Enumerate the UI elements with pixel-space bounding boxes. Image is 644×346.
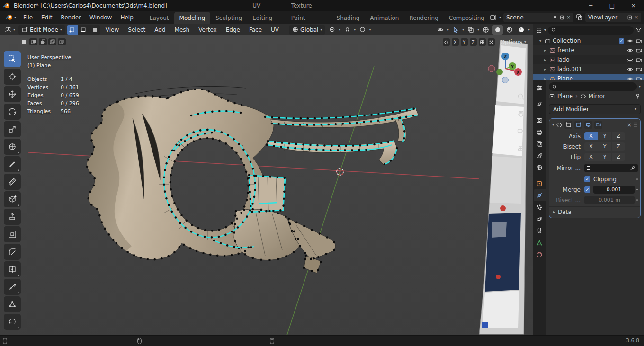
tab-object[interactable] bbox=[534, 177, 546, 189]
tab-constraints[interactable] bbox=[534, 225, 546, 237]
new-scene-icon[interactable] bbox=[560, 15, 564, 20]
tool-extrude[interactable] bbox=[4, 209, 21, 225]
outliner-search[interactable] bbox=[548, 26, 634, 35]
mirror-axis-y[interactable]: Y bbox=[598, 132, 611, 140]
proportional-editing-toggle[interactable] bbox=[357, 25, 367, 35]
axis-neg-x-ball[interactable] bbox=[488, 65, 495, 72]
menu-edit[interactable]: Edit bbox=[37, 11, 56, 24]
tool-poly-build[interactable] bbox=[4, 296, 21, 312]
shading-wireframe-button[interactable] bbox=[481, 25, 491, 35]
workspace-tab-sculpting[interactable]: Sculpting bbox=[210, 12, 247, 24]
remove-modifier-button[interactable]: × bbox=[627, 122, 632, 128]
outliner-row-lado-001[interactable]: ▸ lado.001 bbox=[533, 64, 644, 74]
collection-checkbox[interactable]: ✓ bbox=[619, 38, 624, 44]
tab-world[interactable] bbox=[534, 161, 546, 173]
decorator-dot[interactable] bbox=[636, 178, 638, 180]
tool-measure[interactable] bbox=[4, 174, 21, 190]
show-gizmo-toggle[interactable] bbox=[435, 25, 446, 35]
menu-select[interactable]: Select bbox=[124, 24, 149, 35]
ax is-z-toggle[interactable]: Z bbox=[470, 38, 477, 46]
editor-type-button[interactable]: ▾ bbox=[3, 26, 17, 33]
overlays-toggle[interactable] bbox=[450, 25, 461, 35]
options-menu[interactable]: Options ▾ bbox=[501, 39, 526, 45]
tool-scale[interactable] bbox=[4, 121, 21, 137]
select-mode-invert-button[interactable] bbox=[48, 38, 56, 45]
menu-uv[interactable]: UV bbox=[267, 24, 283, 35]
workspace-tab-layout[interactable]: Layout bbox=[144, 12, 174, 24]
close-button[interactable]: × bbox=[623, 0, 644, 11]
eye-open-icon[interactable] bbox=[627, 38, 633, 44]
workspace-tab-rendering[interactable]: Rendering bbox=[404, 12, 443, 24]
outliner-row-lado[interactable]: ▸ lado bbox=[533, 55, 644, 64]
tab-render[interactable] bbox=[534, 114, 546, 126]
tool-inset[interactable] bbox=[4, 226, 21, 242]
flip-axis-y[interactable]: Y bbox=[598, 153, 611, 161]
tab-physics[interactable] bbox=[534, 213, 546, 225]
workspace-tab-shading[interactable]: Shading bbox=[331, 12, 365, 24]
pan-button[interactable] bbox=[516, 108, 526, 119]
select-mode-intersect-button[interactable] bbox=[58, 38, 66, 45]
tool-cursor[interactable] bbox=[4, 69, 21, 85]
outliner-editor-icon[interactable] bbox=[536, 27, 542, 34]
axis-x-toggle[interactable]: X bbox=[452, 38, 459, 46]
menu-edge[interactable]: Edge bbox=[222, 24, 244, 35]
add-modifier-button[interactable]: Add Modifier ▾ bbox=[549, 104, 641, 114]
tool-spin[interactable] bbox=[4, 314, 21, 330]
tab-object-data[interactable] bbox=[534, 237, 546, 248]
tab-particles[interactable] bbox=[534, 201, 546, 213]
camera-visibility-icon[interactable] bbox=[636, 57, 642, 63]
outliner-row-frente[interactable]: ▸ frente bbox=[533, 45, 644, 55]
expand-icon[interactable]: ▸ bbox=[543, 58, 547, 62]
bisect-axis-z[interactable]: Z bbox=[612, 142, 625, 151]
mirror-object-field[interactable] bbox=[584, 164, 638, 172]
pivot-point-button[interactable] bbox=[327, 25, 337, 35]
minimize-button[interactable]: ─ bbox=[580, 0, 601, 11]
collapse-icon[interactable]: ▾ bbox=[552, 123, 554, 127]
eye-open-icon[interactable] bbox=[627, 76, 633, 80]
viewport[interactable]: X Y Z Options ▾ User Perspective (1) Pla… bbox=[0, 35, 533, 335]
camera-view-button[interactable] bbox=[516, 125, 526, 136]
xray-toggle[interactable] bbox=[465, 25, 476, 35]
unlink-scene-icon[interactable]: × bbox=[567, 15, 571, 20]
clipping-checkbox[interactable]: ✓ bbox=[584, 176, 590, 182]
render-toggle[interactable] bbox=[594, 121, 602, 129]
viewport-canvas[interactable] bbox=[0, 35, 533, 335]
axis-neg-z-ball[interactable] bbox=[502, 77, 509, 83]
face-select-button[interactable] bbox=[89, 25, 100, 35]
app-menu-button[interactable]: ▾ bbox=[3, 11, 19, 24]
tab-scene[interactable] bbox=[534, 150, 546, 161]
remove-layer-icon[interactable]: × bbox=[635, 15, 638, 20]
menu-file[interactable]: File bbox=[19, 11, 37, 24]
shading-solid-button[interactable] bbox=[492, 25, 503, 35]
maximize-button[interactable]: □ bbox=[601, 0, 623, 11]
properties-search-input[interactable] bbox=[559, 84, 634, 89]
tool-loop-cut[interactable] bbox=[4, 261, 21, 277]
menu-face[interactable]: Face bbox=[245, 24, 266, 35]
workspace-tab-compositing[interactable]: Compositing bbox=[444, 12, 490, 24]
new-layer-icon[interactable] bbox=[627, 15, 632, 20]
mirror-axis-z[interactable]: Z bbox=[612, 132, 625, 140]
flip-axis-z[interactable]: Z bbox=[612, 153, 625, 161]
tool-move[interactable] bbox=[4, 86, 21, 102]
axis-neg-y-ball[interactable] bbox=[496, 69, 503, 75]
data-subpanel-toggle[interactable]: ▸ Data bbox=[549, 206, 640, 217]
merge-value-field[interactable]: 0.001 bbox=[593, 186, 635, 194]
menu-add[interactable]: Add bbox=[151, 24, 169, 35]
menu-vertex[interactable]: Vertex bbox=[195, 24, 221, 35]
drag-handle-icon[interactable] bbox=[634, 122, 637, 128]
menu-mesh[interactable]: Mesh bbox=[171, 24, 194, 35]
menu-help[interactable]: Help bbox=[116, 11, 137, 24]
shading-rendered-button[interactable] bbox=[516, 25, 527, 35]
outliner-row-plane[interactable]: ▸ Plane bbox=[533, 74, 644, 80]
pin-icon[interactable] bbox=[553, 15, 557, 20]
camera-visibility-icon[interactable] bbox=[636, 47, 642, 53]
chevron-down-icon[interactable]: ▾ bbox=[639, 85, 641, 89]
outliner-search-input[interactable] bbox=[558, 27, 630, 33]
axis-y-toggle[interactable]: Y bbox=[461, 38, 468, 46]
mirror-axis-x[interactable]: X bbox=[584, 132, 598, 140]
edge-select-button[interactable] bbox=[78, 25, 89, 35]
edit-mode-toggle[interactable] bbox=[574, 121, 582, 129]
tool-transform[interactable] bbox=[4, 139, 21, 155]
workspace-tab-uv-editing[interactable]: UV Editing bbox=[247, 0, 286, 24]
zoom-button[interactable] bbox=[516, 91, 526, 102]
